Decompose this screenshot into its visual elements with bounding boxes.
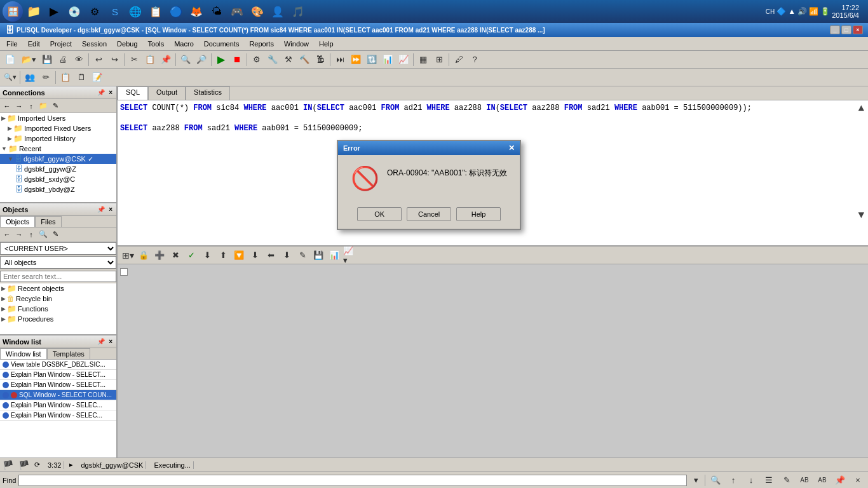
tree-imported-history[interactable]: ▶📁 Imported History [0, 133, 116, 144]
tb-compile5[interactable]: 🗜 [313, 53, 328, 67]
find-input[interactable] [18, 475, 687, 486]
tb-compile3[interactable]: ⚒ [281, 53, 296, 67]
all-objects-dropdown[interactable]: All objects [0, 256, 116, 269]
find-close2[interactable]: × [850, 473, 865, 487]
sql-tab-sql[interactable]: SQL [118, 86, 148, 100]
scroll-up-arrow[interactable]: ▲ [858, 103, 864, 114]
taskbar-icon-game[interactable]: 🎮 [227, 2, 247, 21]
sql-tab-statistics[interactable]: Statistics [186, 86, 230, 100]
tree-recent[interactable]: ▼📁 Recent [0, 144, 116, 154]
tree-imported-users[interactable]: ▶📁 Imported Users [0, 113, 116, 123]
menu-project[interactable]: Project [45, 39, 77, 49]
tb2-1[interactable]: 🔍▾ [3, 71, 18, 85]
tb2-4[interactable]: 📋 [58, 71, 73, 85]
tab-files[interactable]: Files [35, 216, 61, 227]
tb-search2[interactable]: 🔎 [194, 53, 209, 67]
menu-documents[interactable]: Documents [199, 39, 245, 49]
taskbar-icon-chrome[interactable]: 🔵 [166, 2, 186, 21]
conn-up[interactable]: ↑ [25, 100, 37, 112]
taskbar-icon-paint[interactable]: 🎨 [248, 2, 267, 21]
tb-new[interactable]: 📄 [3, 53, 18, 67]
wl-view-table[interactable]: View table DGSBKF_DBZL.SIC... [0, 360, 116, 370]
find-case[interactable]: AB [797, 473, 812, 487]
wl-pin[interactable]: 📌 [96, 338, 106, 345]
menu-window[interactable]: Window [279, 39, 314, 49]
wl-explain-2[interactable]: Explain Plan Window - SELECT... [0, 380, 116, 390]
bt-nav-down[interactable]: ⬇ [279, 248, 294, 262]
bt-lock[interactable]: 🔒 [136, 248, 151, 262]
error-ok-button[interactable]: OK [357, 207, 402, 221]
object-search-input[interactable] [0, 271, 116, 282]
tb-misc2[interactable]: ? [467, 53, 482, 67]
taskbar-icon-tool1[interactable]: ⚙ [85, 2, 104, 21]
tb-execute[interactable]: ▶ [214, 53, 229, 67]
tb-print[interactable]: 🖨 [55, 53, 71, 67]
taskbar-icon-task[interactable]: 📋 [146, 2, 165, 21]
bt-filter[interactable]: 🔽 [231, 248, 247, 262]
connections-pin[interactable]: 📌 [96, 89, 106, 96]
error-cancel-button[interactable]: Cancel [407, 207, 451, 221]
conn-folder[interactable]: 📁 [37, 100, 49, 112]
obj-up[interactable]: ↑ [25, 229, 37, 240]
taskbar-icon-ie[interactable]: 🌐 [126, 2, 145, 21]
tb-save[interactable]: 💾 [39, 53, 55, 67]
taskbar-icon-disc[interactable]: 💿 [65, 2, 84, 21]
tb-undo[interactable]: ↩ [91, 53, 106, 67]
tb-compile4[interactable]: 🔨 [297, 53, 312, 67]
taskbar-icon-media[interactable]: ▶ [44, 2, 64, 21]
tb-debug4[interactable]: 📊 [380, 53, 395, 67]
error-help-button[interactable]: Help [456, 207, 501, 221]
find-all[interactable]: ☰ [761, 473, 776, 487]
objects-close[interactable]: × [107, 206, 114, 213]
tb-misc1[interactable]: 🖊 [451, 53, 466, 67]
obj-back[interactable]: ← [1, 229, 13, 240]
minimize-button[interactable]: _ [830, 25, 840, 34]
menu-edit[interactable]: Edit [23, 39, 45, 49]
menu-help[interactable]: Help [314, 39, 339, 49]
menu-tools[interactable]: Tools [143, 39, 170, 49]
taskbar-icon-folder[interactable]: 📁 [24, 2, 43, 21]
scroll-down-arrow[interactable]: ▼ [858, 210, 864, 221]
tb-debug3[interactable]: 🔃 [364, 53, 379, 67]
start-button[interactable]: 🪟 [3, 1, 23, 22]
tb-open-drop[interactable]: 📂▾ [18, 53, 39, 67]
tab-templates[interactable]: Templates [47, 348, 90, 359]
bt-chart[interactable]: 📊 [327, 248, 342, 262]
tab-objects[interactable]: Objects [0, 216, 35, 227]
tb-copy[interactable]: 📋 [142, 53, 158, 67]
maximize-button[interactable]: □ [841, 25, 851, 34]
tb-debug5[interactable]: 📈 [396, 53, 411, 67]
find-pin[interactable]: 📌 [832, 473, 848, 487]
bt-grid[interactable]: ⊞▾ [120, 248, 135, 262]
menu-debug[interactable]: Debug [112, 39, 142, 49]
tb-debug1[interactable]: ⏭ [332, 53, 348, 67]
tb-cut[interactable]: ✂ [126, 53, 142, 67]
tb-search[interactable]: 🔍 [178, 53, 193, 67]
tb2-6[interactable]: 📝 [90, 71, 105, 85]
obj-fwd[interactable]: → [13, 229, 25, 240]
tb-preview[interactable]: 👁 [71, 53, 86, 67]
bt-check[interactable]: ✓ [184, 248, 199, 262]
taskbar-icon-music[interactable]: 🎵 [288, 2, 308, 21]
tb-redo[interactable]: ↪ [107, 53, 122, 67]
menu-reports[interactable]: Reports [244, 39, 279, 49]
tree-functions[interactable]: ▶📁 Functions [0, 304, 116, 314]
wl-explain-3[interactable]: Explain Plan Window - SELEC... [0, 400, 116, 410]
bt-delete[interactable]: ✖ [168, 248, 183, 262]
tb2-2[interactable]: 👥 [22, 71, 37, 85]
tree-recent-objects[interactable]: ▶📁 Recent objects [0, 283, 116, 294]
close-button[interactable]: × [853, 25, 863, 34]
tree-dgsbkf-ybdy[interactable]: 🗄 dgsbkf_ybdy@Z [0, 184, 116, 194]
tb-grid2[interactable]: ⊞ [431, 53, 447, 67]
taskbar-icon-sql[interactable]: S [105, 2, 125, 21]
wl-explain-1[interactable]: Explain Plan Window - SELECT... [0, 370, 116, 380]
menu-session[interactable]: Session [77, 39, 112, 49]
tb-compile2[interactable]: 🔧 [265, 53, 280, 67]
tb-stop[interactable]: ⏹ [229, 53, 245, 67]
tree-imported-fixed[interactable]: ▶📁 Imported Fixed Users [0, 123, 116, 133]
menu-macro[interactable]: Macro [169, 39, 199, 49]
wl-close[interactable]: × [107, 338, 114, 345]
bt-edit[interactable]: ✎ [295, 248, 310, 262]
conn-fwd[interactable]: → [13, 100, 25, 112]
connections-close[interactable]: × [107, 89, 114, 96]
